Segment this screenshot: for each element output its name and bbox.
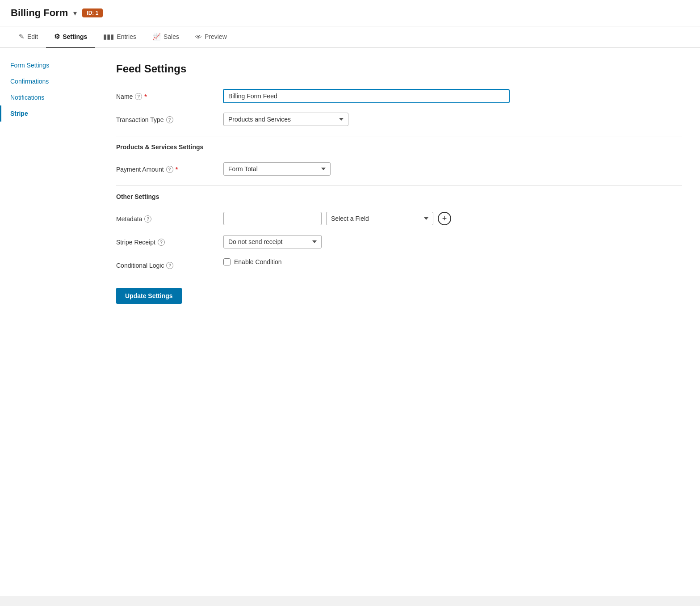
name-label: Name ? * [116,89,214,100]
tab-settings[interactable]: ⚙ Settings [46,26,95,48]
payment-amount-label: Payment Amount ? * [116,162,214,173]
sidebar-item-form-settings[interactable]: Form Settings [0,57,98,73]
tab-preview[interactable]: 👁 Preview [187,27,235,48]
metadata-key-input[interactable] [223,212,322,225]
tab-sales-label: Sales [163,33,179,40]
products-services-heading: Products & Services Settings [116,136,682,158]
form-title: Billing Form [11,7,68,19]
nav-tabs: ✎ Edit ⚙ Settings ▮▮▮ Entries 📈 Sales 👁 … [0,26,700,48]
transaction-type-label: Transaction Type ? [116,113,214,123]
page-title: Feed Settings [116,63,682,75]
outer-wrapper: Billing Form ▾ ID: 1 ✎ Edit ⚙ Settings ▮… [0,0,700,606]
other-settings-heading: Other Settings [116,185,682,207]
stripe-receipt-select[interactable]: Do not send receipt Send receipt [223,235,322,248]
transaction-type-select[interactable]: Products and Services Subscription [223,113,348,126]
entries-icon: ▮▮▮ [103,33,114,41]
main-layout: Form Settings Confirmations Notification… [0,48,700,596]
stripe-receipt-help-icon[interactable]: ? [158,239,165,246]
metadata-field-select[interactable]: Select a Field [326,212,433,225]
plus-icon: + [442,215,447,223]
name-input[interactable] [223,89,509,103]
metadata-row: Metadata ? Select a Field + [116,212,682,225]
name-row: Name ? * [116,89,682,103]
tab-entries[interactable]: ▮▮▮ Entries [95,26,144,48]
payment-amount-row: Payment Amount ? * Form Total First Prod… [116,162,682,176]
payment-amount-required: * [176,166,178,173]
preview-icon: 👁 [195,33,202,41]
sidebar-item-notifications[interactable]: Notifications [0,89,98,105]
name-required: * [144,93,147,100]
sidebar-item-confirmations[interactable]: Confirmations [0,73,98,89]
conditional-logic-label: Conditional Logic ? [116,258,214,269]
form-id-badge: ID: 1 [82,8,103,17]
enable-condition-checkbox[interactable] [223,258,231,265]
content-area: Feed Settings Name ? * Transaction Type … [98,48,700,596]
conditional-logic-help-icon[interactable]: ? [166,262,173,269]
metadata-label: Metadata ? [116,212,214,223]
enable-condition-label: Enable Condition [234,258,282,265]
metadata-add-button[interactable]: + [438,212,451,225]
metadata-help-icon[interactable]: ? [144,215,151,223]
sales-icon: 📈 [152,33,161,41]
conditional-logic-row: Conditional Logic ? Enable Condition [116,258,682,269]
conditional-logic-checkbox-row: Enable Condition [223,258,282,265]
update-settings-button[interactable]: Update Settings [116,288,182,304]
tab-settings-label: Settings [63,33,87,40]
settings-icon: ⚙ [54,33,60,41]
payment-amount-help-icon[interactable]: ? [166,166,173,173]
payment-amount-select[interactable]: Form Total First Product Last Product [223,162,331,176]
tab-entries-label: Entries [117,33,136,40]
tab-preview-label: Preview [205,33,227,40]
sidebar-item-stripe[interactable]: Stripe [0,105,98,122]
name-help-icon[interactable]: ? [135,93,142,100]
top-header: Billing Form ▾ ID: 1 [0,0,700,26]
transaction-type-row: Transaction Type ? Products and Services… [116,113,682,126]
form-title-chevron-icon[interactable]: ▾ [73,9,77,17]
stripe-receipt-row: Stripe Receipt ? Do not send receipt Sen… [116,235,682,248]
transaction-type-help-icon[interactable]: ? [166,116,173,123]
sidebar: Form Settings Confirmations Notification… [0,48,98,596]
stripe-receipt-label: Stripe Receipt ? [116,235,214,246]
edit-icon: ✎ [19,33,25,41]
tab-edit-label: Edit [27,33,38,40]
tab-edit[interactable]: ✎ Edit [11,26,46,48]
tab-sales[interactable]: 📈 Sales [144,26,187,48]
metadata-inputs: Select a Field + [223,212,451,225]
